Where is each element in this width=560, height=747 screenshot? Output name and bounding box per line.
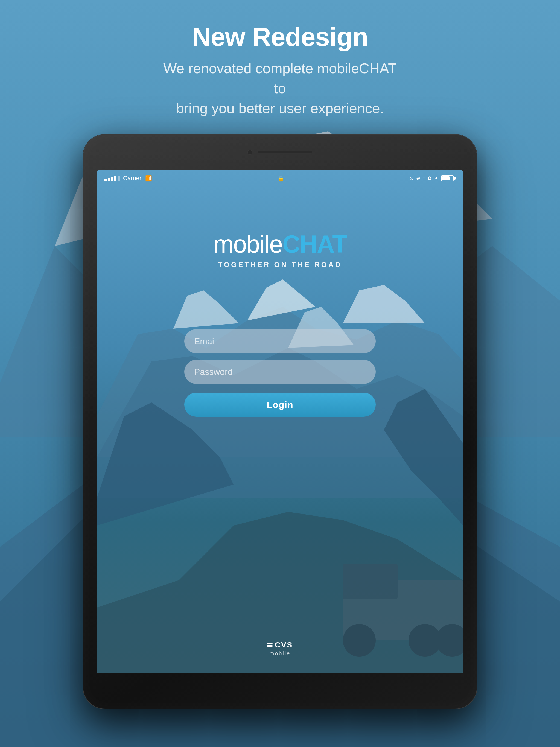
- signal-dot-1: [104, 179, 107, 181]
- status-icons-text: ⊙ ⊕ ↑ ✿ ✦: [410, 175, 439, 181]
- wifi-icon: 📶: [145, 175, 152, 182]
- header-section: New Redesign We renovated complete mobil…: [157, 0, 403, 134]
- cvs-lines-icon: [267, 643, 273, 647]
- lock-icon: 🔒: [278, 175, 284, 182]
- app-logo: mobileCHAT TOGETHER ON THE ROAD: [213, 230, 347, 269]
- page-title: New Redesign: [157, 22, 403, 52]
- signal-dot-5: [118, 176, 120, 181]
- top-bezel: [83, 134, 477, 170]
- logo-tagline: TOGETHER ON THE ROAD: [213, 261, 347, 269]
- password-input[interactable]: [184, 360, 376, 384]
- login-button[interactable]: Login: [184, 393, 376, 417]
- signal-dot-3: [111, 177, 113, 181]
- email-input[interactable]: [184, 329, 376, 353]
- signal-dot-2: [108, 178, 110, 181]
- login-form: Login: [184, 329, 376, 417]
- battery-indicator: [441, 175, 456, 181]
- cvs-text: CVS: [275, 641, 293, 649]
- logo-chat-text: CHAT: [282, 231, 347, 258]
- logo-mobile-text: mobile: [213, 231, 282, 258]
- cvs-mobile-label: mobile: [270, 650, 291, 657]
- tablet-frame: Carrier 📶 🔒 ⊙ ⊕ ↑ ✿ ✦: [83, 134, 477, 709]
- battery-tip: [455, 177, 456, 180]
- app-content: mobileCHAT TOGETHER ON THE ROAD Login: [97, 186, 463, 673]
- bottom-logo: CVS mobile: [267, 641, 293, 657]
- battery-fill: [442, 176, 450, 180]
- camera-dot: [248, 150, 252, 155]
- status-center: 🔒: [278, 175, 284, 182]
- signal-indicator: [104, 176, 120, 181]
- battery-body: [441, 175, 454, 181]
- status-right: ⊙ ⊕ ↑ ✿ ✦: [410, 175, 456, 181]
- logo-text: mobileCHAT: [213, 230, 347, 258]
- signal-dot-4: [114, 176, 117, 181]
- device-screen: Carrier 📶 🔒 ⊙ ⊕ ↑ ✿ ✦: [97, 170, 463, 673]
- status-bar: Carrier 📶 🔒 ⊙ ⊕ ↑ ✿ ✦: [97, 170, 463, 186]
- tablet-device: Carrier 📶 🔒 ⊙ ⊕ ↑ ✿ ✦: [83, 134, 477, 709]
- bottom-bezel: [83, 673, 477, 709]
- carrier-label: Carrier: [123, 175, 142, 182]
- status-left: Carrier 📶: [104, 175, 152, 182]
- speaker-bar: [258, 151, 312, 154]
- cvs-brand-logo: CVS: [267, 641, 293, 649]
- page-content: New Redesign We renovated complete mobil…: [0, 0, 560, 747]
- page-subtitle: We renovated complete mobileCHAT to brin…: [157, 58, 403, 118]
